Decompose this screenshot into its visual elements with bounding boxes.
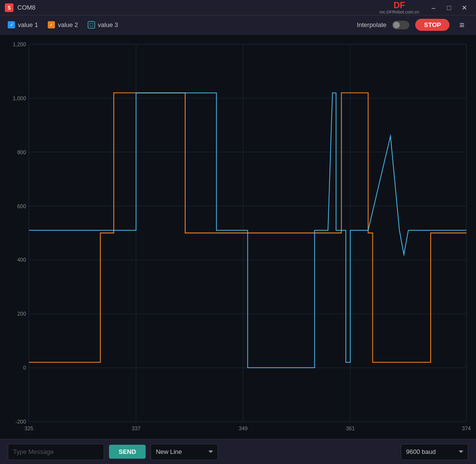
baud-select[interactable]: 300 baud 1200 baud 2400 baud 4800 baud 9… <box>401 444 468 460</box>
serial-chart <box>0 35 476 439</box>
titlebar: S COM8 DF mc.DFRobot.com.cn – □ ✕ <box>0 0 476 15</box>
chart-container <box>0 35 476 439</box>
interpolate-label: Interpolate <box>357 21 386 28</box>
legend-label-value3: value 3 <box>98 21 118 28</box>
window-controls: DF mc.DFRobot.com.cn – □ ✕ <box>380 1 471 14</box>
svg-text:S: S <box>8 5 11 11</box>
legend-label-value1: value 1 <box>18 21 38 28</box>
legend-value1[interactable]: ✓ value 1 <box>8 21 38 28</box>
newline-select[interactable]: New Line No Line Ending Carriage Return … <box>150 444 218 460</box>
brand-url: mc.DFRobot.com.cn <box>380 10 419 14</box>
send-button[interactable]: SEND <box>109 445 146 459</box>
maximize-button[interactable]: □ <box>442 1 456 14</box>
legend-value2[interactable]: ✓ value 2 <box>48 21 78 28</box>
app-logo: S <box>5 3 14 12</box>
toolbar: ✓ value 1 ✓ value 2 ☐ value 3 Interpolat… <box>0 15 476 35</box>
checkbox-value2[interactable]: ✓ <box>48 21 55 28</box>
checkbox-value1[interactable]: ✓ <box>8 21 15 28</box>
brand-area: DF mc.DFRobot.com.cn <box>380 1 419 14</box>
minimize-button[interactable]: – <box>427 1 440 14</box>
toolbar-right: Interpolate STOP ≡ <box>357 19 468 31</box>
legend-value3[interactable]: ☐ value 3 <box>88 21 118 28</box>
checkbox-value3[interactable]: ☐ <box>88 21 95 28</box>
stop-button[interactable]: STOP <box>415 19 449 31</box>
window-title: COM8 <box>17 4 36 11</box>
message-input[interactable] <box>8 444 104 460</box>
legend-label-value2: value 2 <box>58 21 78 28</box>
brand-logo: DF <box>394 1 405 10</box>
bottom-bar: SEND New Line No Line Ending Carriage Re… <box>0 439 476 464</box>
toggle-knob <box>393 22 400 28</box>
menu-button[interactable]: ≡ <box>455 19 468 31</box>
interpolate-toggle[interactable] <box>392 21 409 29</box>
close-button[interactable]: ✕ <box>458 1 471 14</box>
